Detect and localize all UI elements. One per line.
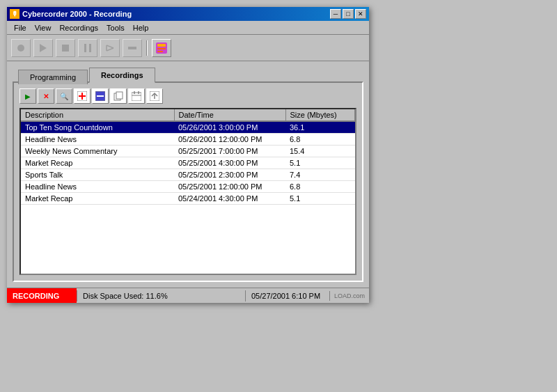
close-button[interactable]: ✕ (355, 9, 366, 19)
col-datetime: Date/Time (174, 109, 285, 121)
table-row[interactable]: Market Recap05/25/2001 4:30:00 PM5.1 (21, 157, 355, 169)
record-button[interactable] (11, 39, 31, 57)
menu-help[interactable]: Help (129, 22, 153, 33)
title-bar-left: 🎙 Cybercorder 2000 - Recording (10, 9, 132, 19)
disk-space-status: Disk Space Used: 11.6% (77, 290, 246, 301)
status-bar: RECORDING Disk Space Used: 11.6% 05/27/2… (7, 288, 369, 303)
cell-description: Headline News (21, 181, 174, 193)
cell-size: 6.8 (285, 134, 355, 146)
cell-size: 5.1 (285, 157, 355, 169)
svg-marker-1 (40, 44, 47, 52)
tab-bar: Programming Recordings (13, 67, 363, 82)
svg-rect-11 (157, 48, 166, 49)
svg-line-5 (107, 45, 113, 48)
svg-rect-3 (84, 44, 86, 52)
app-icon: 🎙 (10, 9, 19, 19)
search-rec-button[interactable]: 🔍 (56, 88, 72, 104)
main-toolbar (7, 35, 369, 61)
cell-size: 6.8 (285, 181, 355, 193)
svg-rect-19 (116, 92, 123, 99)
minimize-button[interactable]: ─ (330, 9, 341, 19)
cell-datetime: 05/25/2001 12:00:00 PM (174, 181, 285, 193)
svg-rect-8 (128, 47, 136, 49)
play-rec-button[interactable]: ▶ (19, 88, 36, 104)
cell-description: Weekly News Commentary (21, 146, 174, 157)
cell-description: Sports Talk (21, 169, 174, 181)
cell-datetime: 05/25/2001 2:30:00 PM (174, 169, 285, 181)
table-row[interactable]: Sports Talk05/25/2001 2:30:00 PM7.4 (21, 169, 355, 181)
cell-size: 7.4 (285, 169, 355, 181)
menu-tools[interactable]: Tools (102, 22, 129, 33)
cell-datetime: 05/26/2001 12:00:00 PM (174, 134, 285, 146)
stop-button[interactable] (56, 39, 75, 57)
maximize-button[interactable]: □ (343, 9, 354, 19)
pause-button[interactable] (78, 39, 97, 57)
svg-rect-2 (62, 45, 69, 52)
tab-programming[interactable]: Programming (18, 70, 88, 84)
advance-button[interactable] (123, 39, 142, 57)
datetime-status: 05/27/2001 6:10 PM (246, 290, 329, 301)
cell-size: 5.1 (285, 193, 355, 205)
svg-rect-12 (157, 51, 163, 52)
export-button[interactable] (146, 88, 163, 104)
menu-bar: File View Recordings Tools Help (7, 21, 369, 35)
svg-rect-20 (132, 93, 141, 101)
delete-rec-button[interactable]: ✕ (38, 88, 54, 104)
cell-size: 36.1 (285, 121, 355, 134)
table-row[interactable]: Market Recap05/24/2001 4:30:00 PM5.1 (21, 193, 355, 205)
rec-toolbar: ▶ ✕ 🔍 (19, 88, 356, 104)
table-row[interactable]: Weekly News Commentary05/25/2001 7:00:00… (21, 146, 355, 157)
new-rec-button[interactable] (74, 88, 91, 104)
table-body: Top Ten Song Countdown05/26/2001 3:00:00… (21, 121, 355, 205)
table-row[interactable]: Headline News05/26/2001 12:00:00 PM6.8 (21, 134, 355, 146)
cell-datetime: 05/25/2001 7:00:00 PM (174, 146, 285, 157)
svg-point-0 (17, 45, 24, 52)
recording-status: RECORDING (7, 288, 77, 303)
tab-recordings[interactable]: Recordings (89, 68, 155, 83)
cell-datetime: 05/24/2001 4:30:00 PM (174, 193, 285, 205)
col-description: Description (21, 109, 174, 121)
menu-view[interactable]: View (31, 22, 56, 33)
remove-rec-button[interactable] (92, 88, 109, 104)
svg-line-6 (107, 48, 113, 51)
col-size: Size (Mbytes) (285, 109, 355, 121)
svg-rect-4 (89, 44, 91, 52)
cell-description: Headline News (21, 134, 174, 146)
logo-badge: LOAD.com (329, 291, 369, 301)
table-row[interactable]: Top Ten Song Countdown05/26/2001 3:00:00… (21, 121, 355, 134)
schedule-button[interactable] (128, 88, 145, 104)
recordings-table-container: Description Date/Time Size (Mbytes) Top … (19, 108, 356, 275)
main-window: 🎙 Cybercorder 2000 - Recording ─ □ ✕ Fil… (7, 7, 369, 303)
window-title: Cybercorder 2000 - Recording (22, 10, 132, 18)
toolbar-separator (146, 40, 148, 56)
cell-description: Top Ten Song Countdown (21, 121, 174, 134)
table-header-row: Description Date/Time Size (Mbytes) (21, 109, 355, 121)
title-bar: 🎙 Cybercorder 2000 - Recording ─ □ ✕ (7, 7, 369, 21)
cell-description: Market Recap (21, 157, 174, 169)
cell-description: Market Recap (21, 193, 174, 205)
cell-datetime: 05/25/2001 4:30:00 PM (174, 157, 285, 169)
cell-datetime: 05/26/2001 3:00:00 PM (174, 121, 285, 134)
title-buttons: ─ □ ✕ (330, 9, 366, 19)
main-content: Programming Recordings ▶ ✕ 🔍 (7, 61, 369, 282)
table-row[interactable]: Headline News05/25/2001 12:00:00 PM6.8 (21, 181, 355, 193)
menu-file[interactable]: File (10, 22, 31, 33)
cell-size: 15.4 (285, 146, 355, 157)
special-button[interactable] (152, 39, 171, 57)
svg-rect-10 (157, 44, 166, 47)
recordings-panel: ▶ ✕ 🔍 (13, 81, 363, 282)
copy-rec-button[interactable] (110, 88, 127, 104)
play-button[interactable] (33, 39, 53, 57)
recordings-table: Description Date/Time Size (Mbytes) Top … (21, 109, 355, 205)
menu-recordings[interactable]: Recordings (55, 22, 102, 33)
skip-button[interactable] (100, 39, 120, 57)
